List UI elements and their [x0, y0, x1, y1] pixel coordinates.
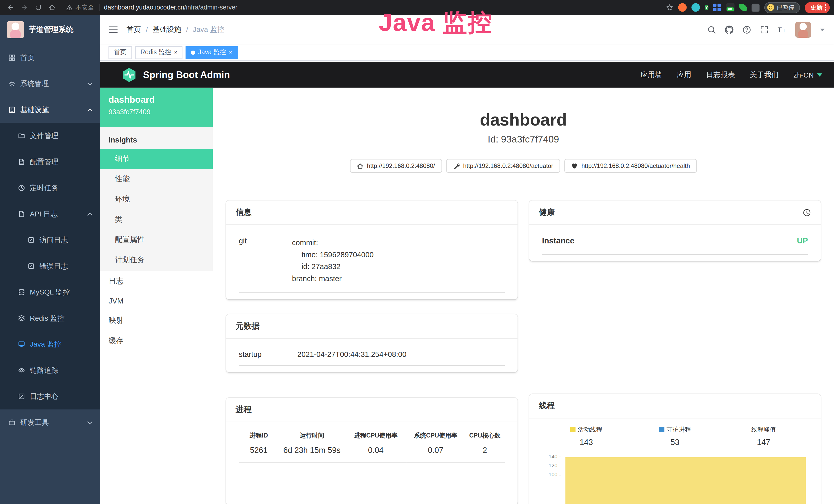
- legend-value: 53: [631, 437, 719, 446]
- extension-icon-switch[interactable]: on: [726, 3, 734, 12]
- breadcrumb-infrastructure[interactable]: 基础设施: [153, 25, 181, 35]
- sidebar-item-access-logs[interactable]: 访问日志: [0, 227, 100, 253]
- sba-menu-classes[interactable]: 类: [100, 209, 213, 230]
- card-title: 信息: [226, 201, 518, 225]
- hamburger-icon: [108, 25, 118, 35]
- y-axis-tick: 100: [542, 472, 561, 478]
- sidebar-toggle-button[interactable]: [100, 15, 127, 45]
- sba-nav-applications[interactable]: 应用: [677, 70, 692, 79]
- url-path: /infra/admin-server: [184, 4, 237, 11]
- browser-home-button[interactable]: [46, 1, 59, 14]
- insights-section-label: Insights: [100, 130, 213, 148]
- smiley-icon: [767, 4, 774, 11]
- extension-icon-grid[interactable]: [713, 3, 721, 11]
- sidebar-item-api-logs[interactable]: API 日志: [0, 201, 100, 227]
- sba-menu-scheduled-tasks[interactable]: 计划任务: [100, 250, 213, 270]
- sidebar-item-label: Redis 监控: [30, 314, 64, 323]
- sidebar-item-infrastructure[interactable]: 基础设施: [0, 97, 100, 123]
- sba-brand-title[interactable]: Spring Boot Admin: [143, 69, 230, 81]
- address-bar[interactable]: dashboard.yudao.iocoder.cn/infra/admin-s…: [104, 4, 237, 11]
- sidebar-item-log-center[interactable]: 日志中心: [0, 383, 100, 409]
- sba-nav-about[interactable]: 关于我们: [750, 70, 778, 79]
- close-icon[interactable]: ×: [229, 49, 232, 55]
- sidebar-item-label: 访问日志: [39, 235, 68, 245]
- browser-forward-button[interactable]: [18, 1, 31, 14]
- health-url-link[interactable]: http://192.168.0.2:48080/actuator/health: [565, 159, 697, 173]
- git-branch-line: branch: master: [292, 273, 374, 285]
- chevron-down-icon: [87, 420, 93, 425]
- sba-nav-wallboard[interactable]: 应用墙: [641, 70, 662, 79]
- extension-icon-green-y[interactable]: Y: [705, 5, 708, 10]
- sba-menu-performance[interactable]: 性能: [100, 169, 213, 189]
- paused-badge[interactable]: 已暂停: [764, 2, 800, 13]
- extension-icon-leaf[interactable]: [739, 3, 747, 12]
- sba-menu-mappings[interactable]: 映射: [100, 311, 213, 331]
- sba-menu-config-props[interactable]: 配置属性: [100, 230, 213, 250]
- sidebar-item-redis-monitoring[interactable]: Redis 监控: [0, 305, 100, 331]
- sidebar-item-label: MySQL 监控: [30, 287, 70, 297]
- clock-icon: [18, 185, 25, 191]
- close-icon[interactable]: ×: [174, 49, 177, 55]
- sidebar-item-system-management[interactable]: 系统管理: [0, 71, 100, 96]
- github-icon[interactable]: [725, 25, 733, 34]
- search-icon[interactable]: [707, 25, 716, 34]
- sidebar-item-mysql-monitoring[interactable]: MySQL 监控: [0, 279, 100, 305]
- help-icon[interactable]: [743, 25, 751, 34]
- bookmark-star-icon[interactable]: [666, 4, 674, 11]
- tab-home[interactable]: 首页: [108, 46, 132, 59]
- sba-content: dashboard Id: 93a3fc7f7409 http://192.16…: [213, 88, 834, 504]
- col-cpu-cores: CPU核心数: [465, 425, 505, 441]
- site-security-chip[interactable]: 不安全: [66, 3, 94, 11]
- tabs-bar: 首页 Redis 监控 × Java 监控 ×: [100, 45, 834, 61]
- breadcrumb: 首页 / 基础设施 / Java 监控: [127, 25, 224, 35]
- sba-menu-jvm[interactable]: JVM: [100, 292, 213, 311]
- edit-doc-icon: [28, 237, 35, 244]
- instance-url-link[interactable]: http://192.168.0.2:48080/: [350, 159, 442, 173]
- legend-value: 147: [719, 437, 808, 446]
- cards-grid: 信息 git commit: time: 1596289704000 id: 2…: [213, 201, 834, 504]
- sba-menu-caches[interactable]: 缓存: [100, 331, 213, 351]
- sidebar-item-scheduled-tasks[interactable]: 定时任务: [0, 175, 100, 201]
- browser-refresh-button[interactable]: [32, 1, 45, 14]
- user-avatar[interactable]: [795, 22, 811, 38]
- sba-menu-logs[interactable]: 日志: [100, 271, 213, 292]
- sidebar-item-trace[interactable]: 链路追踪: [0, 358, 100, 383]
- sidebar-item-file-management[interactable]: 文件管理: [0, 123, 100, 148]
- sba-language-select[interactable]: zh-CN: [793, 71, 822, 79]
- breadcrumb-home[interactable]: 首页: [127, 25, 141, 35]
- gear-icon: [8, 81, 16, 87]
- sba-menu-environment[interactable]: 环境: [100, 189, 213, 209]
- process-table-header-row: 进程ID 运行时间 进程CPU使用率 系统CPU使用率 CPU核心数: [239, 425, 505, 441]
- browser-back-button[interactable]: [4, 1, 17, 14]
- sidebar-item-label: 配置管理: [30, 157, 59, 167]
- git-id-line: id: 27aa832: [292, 260, 374, 273]
- home-icon: [357, 163, 363, 169]
- fullscreen-icon[interactable]: [760, 25, 768, 34]
- info-key: git: [239, 237, 292, 285]
- tab-java-monitoring[interactable]: Java 监控 ×: [186, 46, 238, 59]
- sba-menu-details[interactable]: 细节: [100, 149, 213, 169]
- val-uptime: 6d 23h 15m 59s: [279, 441, 345, 462]
- sidebar-item-java-monitoring[interactable]: Java 监控: [0, 331, 100, 357]
- monitor-icon: [18, 341, 25, 348]
- sidebar-item-label: 链路追踪: [30, 366, 59, 375]
- history-icon[interactable]: [803, 208, 811, 217]
- sidebar-item-error-logs[interactable]: 错误日志: [0, 253, 100, 279]
- link-label: http://192.168.0.2:48080/actuator/health: [581, 163, 690, 169]
- tab-redis-monitoring[interactable]: Redis 监控 ×: [135, 46, 183, 59]
- sidebar-item-dev-tools[interactable]: 研发工具: [0, 410, 100, 435]
- font-size-icon[interactable]: TT: [778, 25, 786, 34]
- sba-nav-journal[interactable]: 日志报表: [706, 70, 735, 79]
- extension-icon-dark[interactable]: [751, 3, 759, 11]
- chrome-update-button[interactable]: 更新: [805, 2, 830, 13]
- sba-instance-header[interactable]: dashboard 93a3fc7f7409: [100, 88, 213, 127]
- card-title: 进程: [226, 397, 518, 422]
- actuator-url-link[interactable]: http://192.168.0.2:48080/actuator: [446, 159, 560, 173]
- config-doc-icon: [18, 158, 25, 165]
- sidebar-item-home[interactable]: 首页: [0, 45, 100, 71]
- extension-icon-teal[interactable]: [692, 3, 700, 12]
- sidebar-item-config-management[interactable]: 配置管理: [0, 149, 100, 175]
- extension-icon-orange[interactable]: [678, 3, 687, 12]
- process-card: 进程 进程ID 运行时间 进程CPU使用率 系统CPU使用率 CPU核心数: [226, 397, 518, 504]
- heart-icon: [571, 163, 578, 169]
